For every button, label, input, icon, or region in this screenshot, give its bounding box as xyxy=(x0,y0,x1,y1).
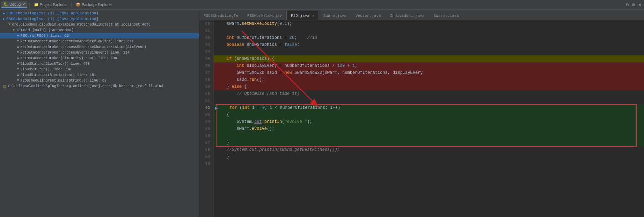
linenum-68: 68 xyxy=(199,146,211,153)
code-line-61 xyxy=(214,97,644,104)
tree-item-label-8: NetDatacenterBroker(SimEntity).run() lin… xyxy=(21,56,117,60)
code-line-50: swarm.setMaxVelocity(0.1); xyxy=(214,20,644,27)
tree-item-0[interactable]: ▶ PSOSchedulingTest (1) [Java Applicatio… xyxy=(0,10,199,16)
jar-icon-13: 🗂 xyxy=(3,84,7,89)
linenum-62: 62 xyxy=(199,104,211,111)
code-line-58: ss2d.run(); xyxy=(214,76,644,83)
tab-label-4: Vector.java xyxy=(356,14,381,18)
code-line-55: if (showGraphics) { xyxy=(214,55,644,62)
linenum-60: 60 xyxy=(199,90,211,97)
close-left-btn[interactable]: ✕ xyxy=(637,2,643,7)
linenum-70: 70 xyxy=(199,160,211,167)
tree-item-2[interactable]: ▼ org.cloudbus.cloudsim.examples.PSOSche… xyxy=(0,22,199,27)
tree-item-6[interactable]: ≡ NetDatacenterBroker.processResourceCha… xyxy=(0,44,199,50)
frame-icon-9: ≡ xyxy=(17,62,19,66)
linenum-51: 51 xyxy=(199,27,211,34)
code-line-62: ▶ for (int i = 0; i < numberOfIterations… xyxy=(214,104,644,111)
tree-item-1[interactable]: ▶ PSOSchedulingTest (1) [Java Applicatio… xyxy=(0,16,199,22)
tree-item-label-4: PSO.runPSO() line: 62 xyxy=(21,34,69,38)
tree-item-3[interactable]: ▼ Thread [main] (Suspended) xyxy=(0,27,199,33)
tab-label-3: Swarm.java xyxy=(323,14,346,18)
linenum-50: 50 xyxy=(199,20,211,27)
code-line-67: } xyxy=(214,139,644,146)
tree-item-5[interactable]: ≡ NetDatacenterBroker.createVmAndWorkflo… xyxy=(0,38,199,44)
line-numbers: 50 51 52 53 54 55 56 57 58 59 60 61 62 6… xyxy=(199,20,214,217)
minimize-left-btn[interactable]: ⊟ xyxy=(624,2,630,7)
tree-item-label-7: NetDatacenterBroker.processEvent(SimEven… xyxy=(21,51,130,55)
tree-item-label-3: Thread [main] (Suspended) xyxy=(16,28,74,32)
code-line-54 xyxy=(214,48,644,55)
code-wrapper: swarm.setMaxVelocity(0.1); int numberOfI… xyxy=(214,20,644,217)
linenum-61: 61 xyxy=(199,97,211,104)
code-line-53: boolean showGraphics = false; xyxy=(214,41,644,48)
tree-item-13[interactable]: 🗂 E:\Eclipse\eclipse\plugins\org.eclipse… xyxy=(0,83,199,89)
frame-icon-12: ≡ xyxy=(17,78,19,83)
thread-icon-3: ▼ xyxy=(13,28,15,32)
code-area: 50 51 52 53 54 55 56 57 58 59 60 61 62 6… xyxy=(199,20,644,217)
code-line-68: //System.out.println(swarm.getBestFitnes… xyxy=(214,146,644,153)
main-content: ▶ PSOSchedulingTest (1) [Java Applicatio… xyxy=(0,10,644,217)
linenum-66: 66 xyxy=(199,132,211,139)
tree-item-label-12: PSOSchedulingTest.main(String[]) line: 6… xyxy=(21,79,107,83)
debug-tab[interactable]: 🐛 Debug ✕ xyxy=(1,1,27,8)
code-line-51 xyxy=(214,27,644,34)
frame-icon-11: ≡ xyxy=(17,73,19,77)
linenum-54: 54 xyxy=(199,48,211,55)
project-explorer-tab[interactable]: 📁 Project Explorer xyxy=(32,2,69,8)
tree-item-label-1: PSOSchedulingTest (1) [Java Application] xyxy=(6,17,98,21)
tree-item-label-2: org.cloudbus.cloudsim.examples.PSOSchedu… xyxy=(12,23,151,27)
linenum-67: 67 xyxy=(199,139,211,146)
linenum-64: 64 xyxy=(199,118,211,125)
tab-pso-scheduling[interactable]: PSOSchedulingTe xyxy=(199,11,243,20)
tree-item-12[interactable]: ≡ PSOSchedulingTest.main(String[]) line:… xyxy=(0,78,199,83)
tab-pso-workflow[interactable]: PSOWorkflow.jav xyxy=(243,11,286,20)
tab-pso-java[interactable]: PSO.java ✕ xyxy=(286,11,319,20)
tree-item-9[interactable]: ≡ CloudSim.runClockTick() line: 470 xyxy=(0,61,199,66)
sep1 xyxy=(29,2,30,8)
tree-item-label-6: NetDatacenterBroker.processResourceChara… xyxy=(21,45,146,49)
tree-item-label-10: CloudSim.run() line: 834 xyxy=(21,68,71,71)
tab-label-5: Individual.java xyxy=(390,14,425,18)
tab-swarm-java[interactable]: Swarm.java xyxy=(319,11,351,20)
frame-icon-4: ≡ xyxy=(17,34,19,38)
code-line-70 xyxy=(214,160,644,167)
package-explorer-tab[interactable]: 📦 Package Explorer xyxy=(74,2,114,8)
tree-item-8[interactable]: ≡ NetDatacenterBroker(SimEntity).run() l… xyxy=(0,55,199,61)
tree-item-label-9: CloudSim.runClockTick() line: 470 xyxy=(21,62,90,66)
frame-icon-8: ≡ xyxy=(17,56,19,60)
code-line-60: // Optimize (and time it) xyxy=(214,90,644,97)
app-icon-0: ▶ xyxy=(3,11,5,15)
code-line-69: } xyxy=(214,153,644,160)
linenum-57: 57 xyxy=(199,69,211,76)
code-line-64: System.out.println("evolve "); xyxy=(214,118,644,125)
tree-item-11[interactable]: ≡ CloudSim.startSimulation() line: 151 xyxy=(0,72,199,78)
tab-label-1: PSOWorkflow.jav xyxy=(247,14,282,18)
maximize-left-btn[interactable]: ⊞ xyxy=(631,2,636,7)
tab-label-2: PSO.java xyxy=(291,14,309,18)
tab-swarm-class[interactable]: Swarm.class xyxy=(429,11,464,20)
code-line-56: int displayEvery = numberOfIterations / … xyxy=(214,62,644,69)
app-container: 🐛 Debug ✕ 📁 Project Explorer 📦 Package E… xyxy=(0,0,644,217)
code-line-65: swarm.evolve(); xyxy=(214,125,644,132)
code-line-57: SwarmShow2D ss2d = new SwarmShow2D(swarm… xyxy=(214,69,644,76)
tree-item-label-13: E:\Eclipse\eclipse\plugins\org.eclipse.j… xyxy=(8,84,163,88)
frame-icon-7: ≡ xyxy=(17,50,19,55)
tree-item-4[interactable]: ≡ PSO.runPSO() line: 62 xyxy=(0,33,199,38)
linenum-53: 53 xyxy=(199,41,211,48)
tree-item-10[interactable]: ≡ CloudSim.run() line: 834 xyxy=(0,66,199,72)
tree-item-7[interactable]: ≡ NetDatacenterBroker.processEvent(SimEv… xyxy=(0,50,199,55)
code-line-59: } else { xyxy=(214,83,644,90)
tab-close-pso-java[interactable]: ✕ xyxy=(312,14,314,18)
tab-vector-java[interactable]: Vector.java xyxy=(351,11,386,20)
right-panel: PSOSchedulingTe PSOWorkflow.jav PSO.java… xyxy=(199,10,644,217)
tree-item-label-11: CloudSim.startSimulation() line: 151 xyxy=(21,73,96,77)
code-line-63: { xyxy=(214,111,644,118)
linenum-59: 59 xyxy=(199,83,211,90)
linenum-65: 65 xyxy=(199,125,211,132)
frame-icon-6: ≡ xyxy=(17,45,19,49)
tree-item-label-5: NetDatacenterBroker.createVmAndWorkflow(… xyxy=(21,40,134,43)
linenum-52: 52 xyxy=(199,34,211,41)
tab-individual-java[interactable]: Individual.java xyxy=(386,11,429,20)
exec-arrow: ▶ xyxy=(215,105,218,111)
left-panel: ▶ PSOSchedulingTest (1) [Java Applicatio… xyxy=(0,10,199,217)
